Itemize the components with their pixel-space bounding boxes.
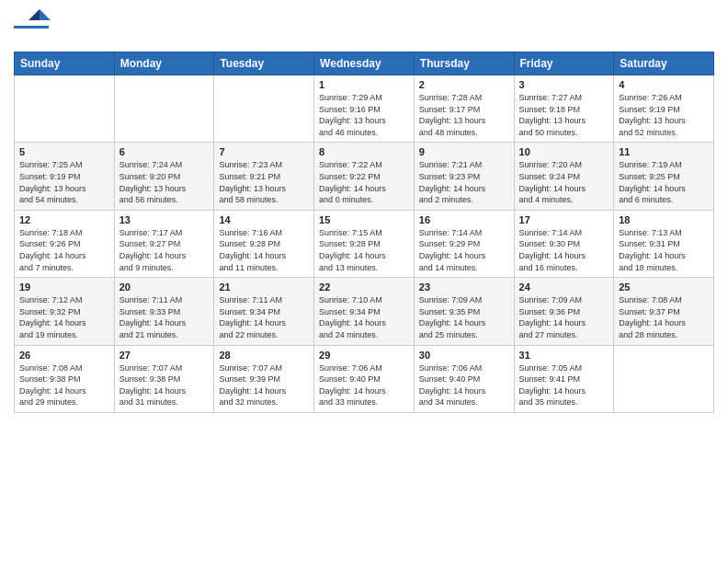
calendar-cell: 3Sunrise: 7:27 AMSunset: 9:18 PMDaylight… bbox=[514, 75, 614, 143]
day-info: Sunrise: 7:14 AMSunset: 9:30 PMDaylight:… bbox=[519, 227, 609, 273]
calendar-cell: 11Sunrise: 7:19 AMSunset: 9:25 PMDayligh… bbox=[614, 143, 714, 210]
header-thursday: Thursday bbox=[414, 52, 514, 75]
day-number: 7 bbox=[219, 146, 309, 157]
day-number: 15 bbox=[319, 214, 409, 225]
calendar-cell bbox=[114, 75, 214, 143]
calendar-cell: 7Sunrise: 7:23 AMSunset: 9:21 PMDaylight… bbox=[214, 143, 314, 210]
day-info: Sunrise: 7:15 AMSunset: 9:28 PMDaylight:… bbox=[319, 227, 409, 273]
day-number: 14 bbox=[219, 214, 309, 225]
day-number: 1 bbox=[319, 79, 409, 90]
calendar-cell: 20Sunrise: 7:11 AMSunset: 9:33 PMDayligh… bbox=[114, 278, 214, 345]
calendar-cell: 26Sunrise: 7:08 AMSunset: 9:38 PMDayligh… bbox=[15, 345, 115, 412]
header bbox=[14, 9, 714, 44]
calendar-cell: 1Sunrise: 7:29 AMSunset: 9:16 PMDaylight… bbox=[314, 75, 415, 143]
day-info: Sunrise: 7:28 AMSunset: 9:17 PMDaylight:… bbox=[419, 92, 509, 138]
day-number: 18 bbox=[619, 214, 709, 225]
day-info: Sunrise: 7:08 AMSunset: 9:37 PMDaylight:… bbox=[619, 294, 709, 340]
day-info: Sunrise: 7:27 AMSunset: 9:18 PMDaylight:… bbox=[519, 92, 609, 138]
calendar-cell: 17Sunrise: 7:14 AMSunset: 9:30 PMDayligh… bbox=[514, 210, 614, 277]
calendar-cell: 30Sunrise: 7:06 AMSunset: 9:40 PMDayligh… bbox=[414, 345, 514, 412]
calendar-table: SundayMondayTuesdayWednesdayThursdayFrid… bbox=[14, 52, 714, 413]
day-info: Sunrise: 7:05 AMSunset: 9:41 PMDaylight:… bbox=[519, 362, 609, 408]
day-number: 24 bbox=[519, 282, 609, 293]
calendar-cell: 16Sunrise: 7:14 AMSunset: 9:29 PMDayligh… bbox=[414, 210, 514, 277]
day-number: 13 bbox=[119, 214, 210, 225]
day-number: 21 bbox=[219, 282, 309, 293]
calendar-cell: 15Sunrise: 7:15 AMSunset: 9:28 PMDayligh… bbox=[314, 210, 415, 277]
day-info: Sunrise: 7:09 AMSunset: 9:36 PMDaylight:… bbox=[519, 294, 609, 340]
day-number: 27 bbox=[119, 350, 210, 361]
day-number: 28 bbox=[219, 350, 309, 361]
calendar-cell: 21Sunrise: 7:11 AMSunset: 9:34 PMDayligh… bbox=[214, 278, 314, 345]
day-number: 9 bbox=[419, 146, 509, 157]
calendar-cell bbox=[614, 345, 714, 412]
day-info: Sunrise: 7:10 AMSunset: 9:34 PMDaylight:… bbox=[319, 294, 409, 340]
day-info: Sunrise: 7:11 AMSunset: 9:34 PMDaylight:… bbox=[219, 294, 309, 340]
calendar-cell: 8Sunrise: 7:22 AMSunset: 9:22 PMDaylight… bbox=[314, 143, 415, 210]
week-row-3: 12Sunrise: 7:18 AMSunset: 9:26 PMDayligh… bbox=[15, 210, 714, 277]
day-number: 25 bbox=[619, 282, 709, 293]
calendar-cell: 14Sunrise: 7:16 AMSunset: 9:28 PMDayligh… bbox=[214, 210, 314, 277]
day-number: 16 bbox=[419, 214, 509, 225]
day-number: 22 bbox=[319, 282, 409, 293]
day-info: Sunrise: 7:21 AMSunset: 9:23 PMDaylight:… bbox=[419, 159, 509, 205]
day-info: Sunrise: 7:26 AMSunset: 9:19 PMDaylight:… bbox=[619, 92, 709, 138]
day-info: Sunrise: 7:29 AMSunset: 9:16 PMDaylight:… bbox=[319, 92, 409, 138]
calendar-cell: 13Sunrise: 7:17 AMSunset: 9:27 PMDayligh… bbox=[114, 210, 214, 277]
calendar-cell: 18Sunrise: 7:13 AMSunset: 9:31 PMDayligh… bbox=[614, 210, 714, 277]
calendar-cell: 2Sunrise: 7:28 AMSunset: 9:17 PMDaylight… bbox=[414, 75, 514, 143]
day-info: Sunrise: 7:06 AMSunset: 9:40 PMDaylight:… bbox=[419, 362, 509, 408]
day-number: 26 bbox=[19, 350, 109, 361]
day-info: Sunrise: 7:24 AMSunset: 9:20 PMDaylight:… bbox=[119, 159, 210, 205]
calendar-cell: 22Sunrise: 7:10 AMSunset: 9:34 PMDayligh… bbox=[314, 278, 415, 345]
week-row-5: 26Sunrise: 7:08 AMSunset: 9:38 PMDayligh… bbox=[15, 345, 714, 412]
day-info: Sunrise: 7:20 AMSunset: 9:24 PMDaylight:… bbox=[519, 159, 609, 205]
calendar-cell bbox=[214, 75, 314, 143]
calendar-cell: 12Sunrise: 7:18 AMSunset: 9:26 PMDayligh… bbox=[15, 210, 115, 277]
calendar-cell bbox=[15, 75, 115, 143]
header-saturday: Saturday bbox=[614, 52, 714, 75]
day-info: Sunrise: 7:17 AMSunset: 9:27 PMDaylight:… bbox=[119, 227, 210, 273]
calendar-cell: 19Sunrise: 7:12 AMSunset: 9:32 PMDayligh… bbox=[15, 278, 115, 345]
day-number: 10 bbox=[519, 146, 609, 157]
header-sunday: Sunday bbox=[15, 52, 115, 75]
calendar-cell: 28Sunrise: 7:07 AMSunset: 9:39 PMDayligh… bbox=[214, 345, 314, 412]
calendar-cell: 6Sunrise: 7:24 AMSunset: 9:20 PMDaylight… bbox=[114, 143, 214, 210]
page: SundayMondayTuesdayWednesdayThursdayFrid… bbox=[0, 0, 728, 563]
day-info: Sunrise: 7:08 AMSunset: 9:38 PMDaylight:… bbox=[19, 362, 109, 408]
day-number: 29 bbox=[319, 350, 409, 361]
calendar-cell: 9Sunrise: 7:21 AMSunset: 9:23 PMDaylight… bbox=[414, 143, 514, 210]
day-info: Sunrise: 7:12 AMSunset: 9:32 PMDaylight:… bbox=[19, 294, 109, 340]
calendar-cell: 27Sunrise: 7:07 AMSunset: 9:38 PMDayligh… bbox=[114, 345, 214, 412]
day-number: 23 bbox=[419, 282, 509, 293]
day-number: 20 bbox=[119, 282, 210, 293]
day-number: 5 bbox=[19, 146, 109, 157]
calendar-cell: 25Sunrise: 7:08 AMSunset: 9:37 PMDayligh… bbox=[614, 278, 714, 345]
calendar-cell: 5Sunrise: 7:25 AMSunset: 9:19 PMDaylight… bbox=[15, 143, 115, 210]
header-tuesday: Tuesday bbox=[214, 52, 314, 75]
day-info: Sunrise: 7:23 AMSunset: 9:21 PMDaylight:… bbox=[219, 159, 309, 205]
day-info: Sunrise: 7:25 AMSunset: 9:19 PMDaylight:… bbox=[19, 159, 109, 205]
calendar-cell: 10Sunrise: 7:20 AMSunset: 9:24 PMDayligh… bbox=[514, 143, 614, 210]
day-number: 31 bbox=[519, 350, 609, 361]
day-number: 2 bbox=[419, 79, 509, 90]
day-info: Sunrise: 7:09 AMSunset: 9:35 PMDaylight:… bbox=[419, 294, 509, 340]
day-info: Sunrise: 7:19 AMSunset: 9:25 PMDaylight:… bbox=[619, 159, 709, 205]
calendar-cell: 24Sunrise: 7:09 AMSunset: 9:36 PMDayligh… bbox=[514, 278, 614, 345]
logo bbox=[14, 9, 52, 44]
day-number: 17 bbox=[519, 214, 609, 225]
week-row-2: 5Sunrise: 7:25 AMSunset: 9:19 PMDaylight… bbox=[15, 143, 714, 210]
day-info: Sunrise: 7:07 AMSunset: 9:38 PMDaylight:… bbox=[119, 362, 210, 408]
calendar-cell: 4Sunrise: 7:26 AMSunset: 9:19 PMDaylight… bbox=[614, 75, 714, 143]
header-wednesday: Wednesday bbox=[314, 52, 415, 75]
day-info: Sunrise: 7:06 AMSunset: 9:40 PMDaylight:… bbox=[319, 362, 409, 408]
day-info: Sunrise: 7:18 AMSunset: 9:26 PMDaylight:… bbox=[19, 227, 109, 273]
svg-marker-2 bbox=[28, 9, 40, 20]
calendar-header-row: SundayMondayTuesdayWednesdayThursdayFrid… bbox=[15, 52, 714, 75]
calendar-cell: 31Sunrise: 7:05 AMSunset: 9:41 PMDayligh… bbox=[514, 345, 614, 412]
day-number: 4 bbox=[619, 79, 709, 90]
svg-marker-1 bbox=[40, 9, 51, 20]
day-info: Sunrise: 7:16 AMSunset: 9:28 PMDaylight:… bbox=[219, 227, 309, 273]
calendar-cell: 23Sunrise: 7:09 AMSunset: 9:35 PMDayligh… bbox=[414, 278, 514, 345]
day-info: Sunrise: 7:14 AMSunset: 9:29 PMDaylight:… bbox=[419, 227, 509, 273]
